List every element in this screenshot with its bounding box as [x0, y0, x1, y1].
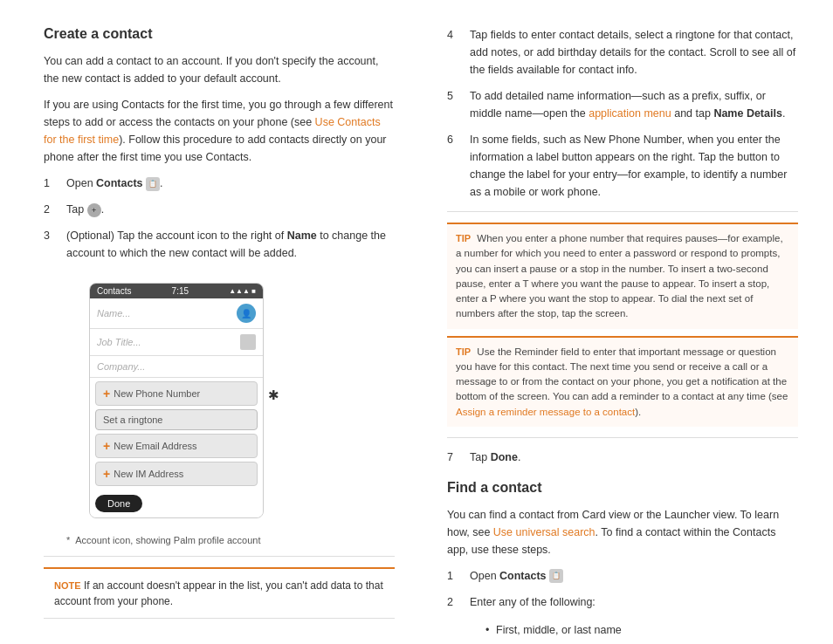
find-para1: You can find a contact from Card view or… [447, 506, 798, 558]
phone-contacts-label: Contacts [97, 286, 131, 296]
find-contacts-icon: 📋 [549, 569, 563, 583]
app-menu-link[interactable]: application menu [589, 107, 671, 120]
name-placeholder: Name... [97, 308, 131, 319]
phone-company-field: Company... [90, 356, 263, 378]
step-num-5: 5 [447, 87, 459, 122]
tip-label-1: TIP [456, 233, 471, 243]
company-placeholder: Company... [97, 361, 145, 372]
step-content-6: In some fields, such as New Phone Number… [470, 131, 798, 201]
steps-list-left: 1 Open Contacts 📋. 2 Tap +. 3 (Optional)… [44, 175, 395, 262]
phone-time: 7:15 [172, 286, 189, 296]
step-num-6: 6 [447, 131, 459, 201]
tap-icon: + [87, 203, 101, 217]
asterisk-text: Account icon, showing Palm profile accou… [75, 535, 260, 545]
step7-after: . [518, 451, 520, 463]
step-7: 7 Tap Done. [447, 449, 798, 466]
universal-search-link[interactable]: Use universal search [493, 526, 595, 538]
phone-add-phone-btn[interactable]: + New Phone Number [95, 381, 258, 406]
divider-step7 [447, 437, 798, 438]
job-icon [240, 334, 256, 350]
ringtone-label: Set a ringtone [103, 414, 163, 425]
phone-mockup-wrap: Contacts 7:15 ▲▲▲ ■ Name... 👤 Job Title.… [66, 272, 264, 529]
phone-ringtone-btn[interactable]: Set a ringtone [95, 409, 258, 430]
find-step-content-1: Open Contacts 📋 [470, 567, 798, 585]
find-step-1: 1 Open Contacts 📋 [447, 567, 798, 585]
find-step-2: 2 Enter any of the following: [447, 593, 798, 611]
step5-middle: and tap [671, 107, 714, 120]
find-steps-list: 1 Open Contacts 📋 2 Enter any of the fol… [447, 567, 798, 611]
asterisk-symbol: ✱ [268, 387, 279, 403]
asterisk-note: * Account icon, showing Palm profile acc… [66, 535, 395, 545]
step-content-3: (Optional) Tap the account icon to the r… [66, 227, 395, 262]
step-num-1: 1 [44, 175, 56, 192]
find-contacts-bold: Contacts [499, 570, 546, 582]
step5-after: . [782, 107, 785, 120]
step-content-5: To add detailed name information—such as… [470, 87, 798, 122]
plus-email-icon: + [103, 439, 110, 453]
tip-text-1: When you enter a phone number that requi… [456, 233, 783, 319]
divider-1 [44, 556, 395, 557]
phone-header: Contacts 7:15 ▲▲▲ ■ [90, 284, 263, 298]
step7-list: 7 Tap Done. [447, 449, 798, 466]
job-placeholder: Job Title... [97, 337, 141, 347]
phone-job-field: Job Title... [90, 329, 263, 356]
step-content-4: Tap fields to enter contact details, sel… [470, 26, 798, 79]
plus-im-icon: + [103, 467, 110, 481]
step-5: 5 To add detailed name information—such … [447, 87, 798, 122]
step-num-3: 3 [44, 227, 56, 262]
name-bold: Name [287, 230, 317, 242]
find-bullets: First, middle, or last name First and la… [447, 621, 798, 644]
find-step-num-2: 2 [447, 593, 459, 611]
step-content-1: Open Contacts 📋. [66, 175, 395, 192]
right-column: 4 Tap fields to enter contact details, s… [438, 26, 798, 644]
tip-box-2: TIP Use the Reminder field to enter that… [447, 336, 798, 427]
step-content-2: Tap +. [66, 201, 395, 218]
intro-para1: You can add a contact to an account. If … [44, 52, 395, 87]
contacts-icon: 📋 [146, 177, 160, 191]
steps-list-right: 4 Tap fields to enter contact details, s… [447, 26, 798, 201]
phone-done-btn[interactable]: Done [95, 495, 142, 512]
step-1: 1 Open Contacts 📋. [44, 175, 395, 192]
account-icon[interactable]: 👤 [237, 304, 256, 323]
note-label: NOTE [54, 580, 81, 591]
contacts-bold: Contacts [96, 177, 142, 189]
tip-label-2: TIP [456, 346, 471, 357]
done-bold: Done [491, 451, 518, 463]
divider-tip1 [447, 211, 798, 212]
content-area: Create a contact You can add a contact t… [0, 0, 833, 644]
left-column: Create a contact You can add a contact t… [44, 26, 412, 644]
step-2: 2 Tap +. [44, 201, 395, 218]
step-4: 4 Tap fields to enter contact details, s… [447, 26, 798, 79]
name-details-bold: Name Details [713, 107, 782, 120]
phone-name-field: Name... 👤 [90, 298, 263, 329]
find-step-num-1: 1 [447, 567, 459, 585]
section-title-create: Create a contact [44, 26, 395, 42]
step-3: 3 (Optional) Tap the account icon to the… [44, 227, 395, 262]
phone-done-section: Done [90, 490, 263, 517]
note-box: NOTE If an account doesn't appear in the… [44, 567, 395, 619]
find-step-content-2: Enter any of the following: [470, 593, 798, 611]
bullet-1: First, middle, or last name [482, 621, 798, 639]
phone-mockup: Contacts 7:15 ▲▲▲ ■ Name... 👤 Job Title.… [89, 283, 264, 518]
asterisk-star: * [66, 535, 70, 545]
intro-para2: If you are using Contacts for the first … [44, 96, 395, 166]
plus-icon: + [103, 387, 110, 401]
tip-box-1: TIP When you enter a phone number that r… [447, 223, 798, 329]
reminder-link[interactable]: Assign a reminder message to a contact [456, 407, 635, 417]
tip2-after: ). [635, 407, 641, 417]
phone-body: Name... 👤 Job Title... Company... + [90, 298, 263, 517]
phone-add-email-btn[interactable]: + New Email Address [95, 434, 258, 458]
add-email-label: New Email Address [114, 441, 196, 451]
phone-signal: ▲▲▲ ■ [229, 287, 256, 295]
step-6: 6 In some fields, such as New Phone Numb… [447, 131, 798, 201]
tip2-before: Use the Reminder field to enter that imp… [456, 346, 788, 402]
find-contact-title: Find a contact [447, 480, 798, 496]
phone-add-im-btn[interactable]: + New IM Address [95, 462, 258, 486]
page: Create a contact You can add a contact t… [0, 0, 833, 644]
step-num-7: 7 [447, 449, 459, 466]
step-num-4: 4 [447, 26, 459, 79]
add-im-label: New IM Address [114, 469, 183, 479]
add-phone-label: New Phone Number [114, 388, 200, 399]
step-content-7: Tap Done. [470, 449, 798, 466]
note-text-content: If an account doesn't appear in the list… [54, 579, 383, 607]
